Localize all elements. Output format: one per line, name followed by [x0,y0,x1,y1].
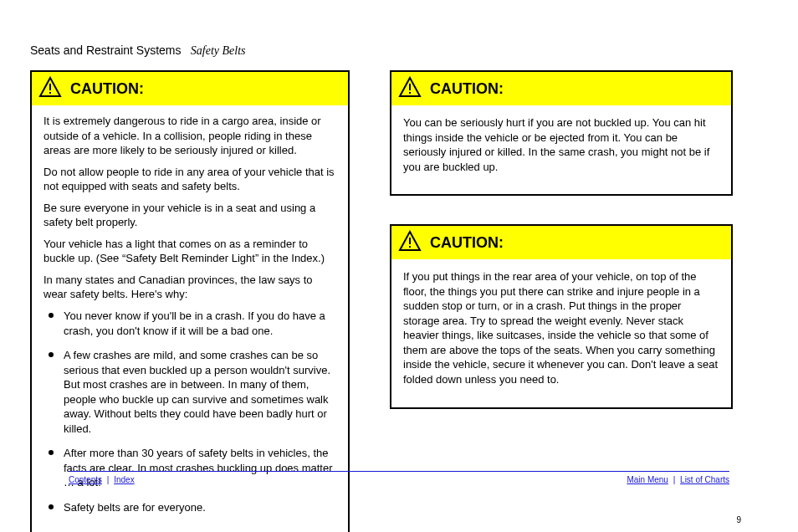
caution-box-belt: CAUTION: You can be seriously hurt if yo… [390,70,733,196]
page-footer: Contents | Index Main Menu | List of Cha… [69,471,729,484]
footer-left: Contents | Index [69,475,135,484]
page-header: Seats and Restraint Systems Safety Belts [30,43,246,58]
caution-bullet: You never know if you'll be in a crash. … [43,309,336,338]
svg-rect-4 [409,84,411,90]
caution-header: CAUTION: [32,72,348,105]
caution-paragraph: It is extremely dangerous to ride in a c… [43,114,336,158]
caution-paragraph: Your vehicle has a light that comes on a… [43,237,336,266]
caution-body-cargo: If you put things in the rear area of yo… [391,259,731,407]
caution-box-main: CAUTION: It is extremely dangerous to ri… [30,70,350,532]
caution-bullet: A few crashes are mild, and some crashes… [43,348,336,436]
caution-body-main: It is extremely dangerous to ride in a c… [32,105,348,532]
caution-paragraph: In many states and Canadian provinces, t… [43,273,336,302]
svg-rect-7 [409,238,411,244]
footer-link-charts[interactable]: List of Charts [680,475,729,484]
svg-rect-8 [409,246,411,248]
caution-paragraph: You can be seriously hurt if you are not… [403,115,719,174]
warning-triangle-icon [38,76,62,101]
caution-label: CAUTION: [430,234,504,252]
subsection-name: Safety Belts [191,44,246,57]
caution-paragraph: If you put things in the rear area of yo… [403,269,719,386]
page-number: 9 [736,515,741,524]
caution-paragraph: Be sure everyone in your vehicle is in a… [43,201,336,230]
right-column: CAUTION: You can be seriously hurt if yo… [390,70,733,437]
footer-link-main-menu[interactable]: Main Menu [627,475,668,484]
warning-triangle-icon [398,76,422,101]
caution-label: CAUTION: [430,80,504,98]
caution-box-cargo: CAUTION: If you put things in the rear a… [390,224,733,408]
svg-rect-1 [49,84,51,90]
caution-body-belt: You can be seriously hurt if you are not… [391,105,731,194]
footer-right: Main Menu | List of Charts [627,475,729,484]
section-name: Seats and Restraint Systems [30,43,182,57]
caution-header: CAUTION: [391,226,731,259]
caution-bullet: Safety belts are for everyone. [43,500,336,515]
footer-links-row: Contents | Index Main Menu | List of Cha… [69,475,729,484]
footer-divider [69,471,729,472]
caution-label: CAUTION: [70,80,144,98]
left-column: CAUTION: It is extremely dangerous to ri… [30,70,350,532]
svg-rect-2 [49,92,51,94]
svg-rect-5 [409,92,411,94]
caution-paragraph: Do not allow people to ride in any area … [43,165,336,194]
caution-header: CAUTION: [391,72,731,105]
warning-triangle-icon [398,230,422,255]
footer-link-contents[interactable]: Contents [69,475,102,484]
footer-link-index[interactable]: Index [114,475,134,484]
